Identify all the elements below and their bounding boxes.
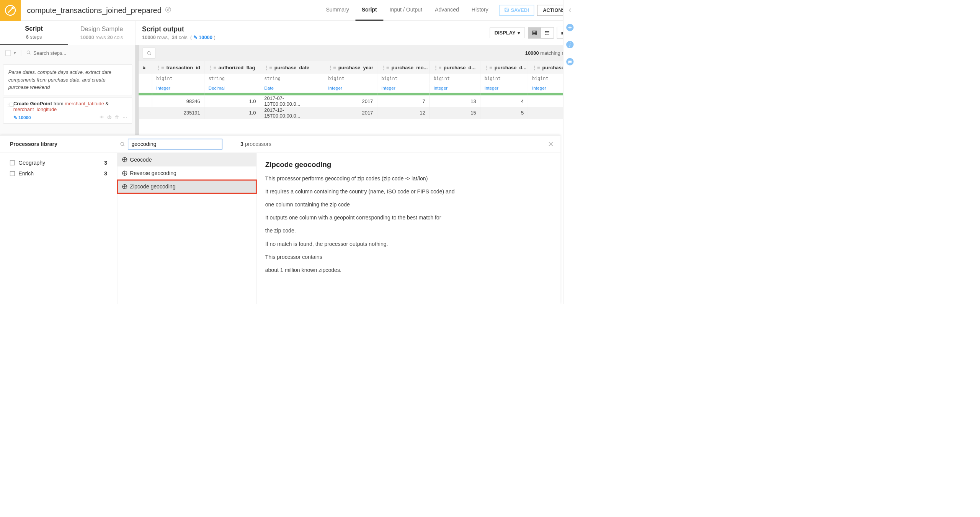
tab-advanced[interactable]: Advanced [429,0,466,21]
script-output-meta: 10000 rows, 34 cols ( ✎ 10000 ) [142,34,216,40]
data-cell[interactable]: 1.0 [204,95,260,107]
chat-circle-icon[interactable] [566,58,574,66]
edit-sample-link[interactable]: ✎ 10000 [193,34,212,40]
row-number-cell [139,95,152,107]
processor-item[interactable]: Geocode [117,153,256,166]
globe-icon [122,184,127,189]
app-logo[interactable] [0,0,21,21]
svg-line-23 [123,145,124,146]
svg-point-12 [545,31,546,31]
processor-category[interactable]: Enrich3 [10,168,107,179]
column-meaning[interactable]: Integer [324,83,377,93]
data-cell[interactable]: 2017 [324,107,377,119]
column-validity-bar [480,93,528,95]
data-cell[interactable]: 2017-12-15T00:00:00.0... [260,107,324,119]
column-meaning[interactable]: Integer [430,83,480,93]
tab-script[interactable]: Script [355,0,383,21]
processor-detail-text: This processor contains [265,253,552,261]
column-menu-icon[interactable]: ⋮≡ [156,65,164,70]
column-type: bigint [430,74,480,83]
column-menu-icon[interactable]: ⋮≡ [264,65,272,70]
processor-category[interactable]: Geography3 [10,157,107,168]
data-cell[interactable]: 12 [377,107,429,119]
subtab-script[interactable]: Script 6 steps [0,21,68,45]
data-cell[interactable]: 4 [480,95,528,107]
column-type: string [204,74,260,83]
column-meaning[interactable]: Integer [152,83,204,93]
search-icon [26,50,31,56]
column-meaning[interactable]: Decimal [204,83,260,93]
display-dropdown[interactable]: DISPLAY ▾ [490,27,525,38]
column-header[interactable]: ⋮≡ purchase_date [260,61,324,74]
data-cell[interactable]: 98346 [152,95,204,107]
steps-menu-caret-icon[interactable]: ▾ [14,51,16,56]
data-cell[interactable]: 1.0 [204,107,260,119]
tab-history[interactable]: History [465,0,495,21]
pencil-icon[interactable]: ✎ [13,115,17,120]
save-icon [504,7,509,13]
saved-button[interactable]: SAVED! [499,5,534,16]
column-meaning[interactable]: Integer [480,83,528,93]
column-validity-bar [260,93,324,95]
tab-summary[interactable]: Summary [320,0,355,21]
plus-circle-icon[interactable] [566,23,574,31]
data-cell[interactable]: 15 [430,107,480,119]
column-meaning[interactable]: Date [260,83,324,93]
column-header[interactable]: ⋮≡ purchase_d... [480,61,528,74]
column-menu-icon[interactable]: ⋮≡ [208,65,216,70]
tab-input-output[interactable]: Input / Output [383,0,428,21]
data-cell[interactable]: 13 [430,95,480,107]
more-icon[interactable]: ⋯ [122,115,127,120]
svg-marker-3 [167,9,169,11]
svg-point-20 [147,51,150,54]
processor-categories: Geography3Enrich3 [0,153,117,304]
column-header[interactable]: ⋮≡ purchase_d... [430,61,480,74]
step-group-card[interactable]: Parse dates, compute days active, extrac… [3,64,132,95]
subtab-design-sample[interactable]: Design Sample 10000 rows 20 cols [68,21,136,45]
script-output-title: Script output [142,25,216,33]
processor-detail: Zipcode geocodingThis processor performs… [256,153,560,304]
select-all-steps-checkbox[interactable] [5,50,11,56]
data-cell[interactable]: 2017-07-13T00:00:00.0... [260,95,324,107]
processors-panel: Processors library 3 processors ✕ Geogra… [0,135,560,304]
column-header[interactable]: ⋮≡ transaction_id [152,61,204,74]
column-header[interactable]: ⋮≡ authorized_flag [204,61,260,74]
search-steps-input[interactable] [33,50,130,56]
column-menu-icon[interactable]: ⋮≡ [433,65,441,70]
processor-detail-text: If no match is found, the processor outp… [265,240,552,248]
table-search-button[interactable] [143,47,155,58]
data-cell[interactable]: 2017 [324,95,377,107]
step-checkbox[interactable] [10,103,14,107]
processors-search[interactable] [128,139,222,149]
column-menu-icon[interactable]: ⋮≡ [532,65,540,70]
column-type: bigint [480,74,528,83]
processor-item[interactable]: Zipcode geocoding [117,180,256,193]
svg-point-18 [27,51,30,54]
processor-detail-text: It outputs one column with a geopoint co… [265,214,552,222]
data-cell[interactable]: 235191 [152,107,204,119]
back-arrow-icon[interactable] [566,6,574,14]
step-geopoint-card[interactable]: ⋮⋮ Create GeoPoint from merchant_latitud… [3,98,132,124]
column-menu-icon[interactable]: ⋮≡ [328,65,336,70]
column-meaning[interactable]: Integer [377,83,429,93]
data-cell[interactable]: 5 [480,107,528,119]
globe-icon [122,157,127,162]
eye-icon[interactable]: 👁 [100,115,104,120]
trash-icon[interactable]: 🗑 [115,115,119,120]
row-number-cell [139,107,152,119]
table-view-button[interactable] [528,27,541,38]
power-icon[interactable]: ⏻ [107,115,112,120]
columns-view-button[interactable] [541,27,554,38]
category-checkbox[interactable] [10,171,15,176]
close-icon[interactable]: ✕ [548,140,554,148]
recipe-title[interactable]: compute_transactions_joined_prepared [27,6,172,15]
category-checkbox[interactable] [10,160,15,165]
column-header[interactable]: ⋮≡ purchase_mo... [377,61,429,74]
info-circle-icon[interactable]: i [566,41,574,49]
processor-item[interactable]: Reverse geocoding [117,167,256,180]
column-menu-icon[interactable]: ⋮≡ [484,65,492,70]
column-menu-icon[interactable]: ⋮≡ [381,65,389,70]
data-cell[interactable]: 7 [377,95,429,107]
processors-search-input[interactable] [131,141,219,147]
column-header[interactable]: ⋮≡ purchase_year [324,61,377,74]
